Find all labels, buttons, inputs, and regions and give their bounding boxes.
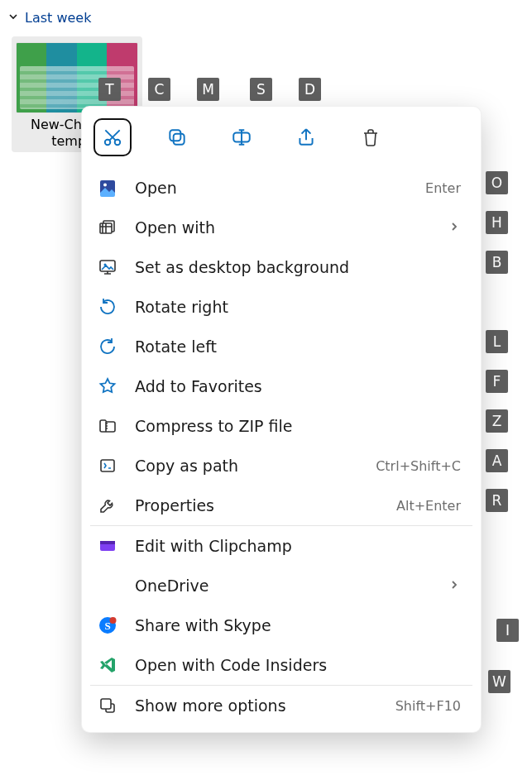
onedrive-icon <box>97 575 118 596</box>
menu-open-with[interactable]: Open with <box>82 208 481 247</box>
key-hint-D: D <box>299 78 321 101</box>
key-hint-M: M <box>197 78 219 101</box>
delete-button[interactable] <box>352 118 390 156</box>
more-options-icon <box>97 695 118 716</box>
svg-rect-16 <box>101 699 111 709</box>
menu-onedrive[interactable]: OneDrive <box>82 566 481 605</box>
key-hint-A: A <box>486 449 508 472</box>
menu-properties-accel: Alt+Enter <box>396 498 461 514</box>
menu-open-code-insiders-label: Open with Code Insiders <box>135 656 461 674</box>
context-menu: Open Enter Open with Set as desktop back… <box>81 106 482 733</box>
rotate-left-icon <box>97 336 118 357</box>
menu-compress-zip-label: Compress to ZIP file <box>135 417 461 435</box>
svg-text:S: S <box>104 620 110 632</box>
menu-compress-zip[interactable]: Compress to ZIP file <box>82 406 481 446</box>
menu-copy-as-path-label: Copy as path <box>135 457 359 475</box>
menu-share-skype[interactable]: S Share with Skype <box>82 605 481 645</box>
copy-path-icon <box>97 455 118 476</box>
key-hint-S: S <box>250 78 272 101</box>
menu-show-more-options-accel: Shift+F10 <box>395 698 461 714</box>
menu-edit-clipchamp-label: Edit with Clipchamp <box>135 537 461 555</box>
menu-add-favorites-label: Add to Favorites <box>135 377 461 395</box>
zip-folder-icon <box>97 415 118 437</box>
menu-add-favorites[interactable]: Add to Favorites <box>82 366 481 406</box>
key-hint-I: I <box>496 619 519 642</box>
menu-open-accel: Enter <box>425 180 461 196</box>
svg-rect-3 <box>170 130 180 141</box>
key-hint-W: W <box>488 670 510 693</box>
star-icon <box>97 376 118 397</box>
menu-rotate-left[interactable]: Rotate left <box>82 327 481 366</box>
wrench-icon <box>97 495 118 516</box>
svg-point-1 <box>115 140 121 146</box>
key-hint-O: O <box>486 171 508 194</box>
menu-show-more-options-label: Show more options <box>135 696 379 715</box>
menu-properties[interactable]: Properties Alt+Enter <box>82 486 481 525</box>
rename-button[interactable] <box>223 118 261 156</box>
quick-action-toolbar <box>82 113 481 168</box>
cut-button[interactable] <box>93 118 132 156</box>
skype-icon: S <box>97 615 118 636</box>
key-hint-T: T <box>98 78 121 101</box>
svg-point-15 <box>110 617 117 624</box>
menu-rotate-right[interactable]: Rotate right <box>82 287 481 327</box>
svg-rect-10 <box>101 460 114 471</box>
menu-set-background[interactable]: Set as desktop background <box>82 247 481 287</box>
menu-share-skype-label: Share with Skype <box>135 616 461 634</box>
menu-show-more-options[interactable]: Show more options Shift+F10 <box>82 686 481 725</box>
menu-open-code-insiders[interactable]: Open with Code Insiders <box>82 645 481 685</box>
photo-icon <box>97 177 118 199</box>
clipchamp-icon <box>97 535 118 557</box>
menu-copy-as-path[interactable]: Copy as path Ctrl+Shift+C <box>82 446 481 486</box>
open-with-icon <box>97 217 118 238</box>
menu-properties-label: Properties <box>135 496 380 514</box>
menu-set-background-label: Set as desktop background <box>135 258 461 276</box>
svg-point-9 <box>104 264 107 266</box>
menu-rotate-left-label: Rotate left <box>135 337 461 356</box>
menu-open-with-label: Open with <box>135 218 431 237</box>
key-hint-L: L <box>486 330 508 353</box>
copy-button[interactable] <box>158 118 196 156</box>
key-hint-B: B <box>486 251 508 274</box>
key-hint-R: R <box>486 489 508 512</box>
menu-copy-as-path-accel: Ctrl+Shift+C <box>376 458 461 474</box>
svg-rect-2 <box>174 134 185 145</box>
desktop-background-icon <box>97 256 118 278</box>
submenu-chevron-icon <box>448 577 461 595</box>
key-hint-Z: Z <box>486 409 508 433</box>
vscode-insiders-icon <box>97 654 118 676</box>
chevron-down-icon <box>7 10 20 26</box>
key-hint-F: F <box>486 370 508 393</box>
share-button[interactable] <box>287 118 325 156</box>
svg-rect-12 <box>100 541 115 544</box>
submenu-chevron-icon <box>448 218 461 237</box>
svg-point-0 <box>105 140 111 146</box>
menu-open[interactable]: Open Enter <box>82 168 481 208</box>
key-hint-H: H <box>486 211 508 234</box>
rotate-right-icon <box>97 296 118 318</box>
menu-onedrive-label: OneDrive <box>135 577 431 595</box>
svg-point-6 <box>103 184 107 187</box>
menu-open-label: Open <box>135 179 409 197</box>
menu-rotate-right-label: Rotate right <box>135 298 461 316</box>
group-header-last-week[interactable]: Last week <box>0 0 532 32</box>
key-hint-C: C <box>148 78 170 101</box>
menu-edit-clipchamp[interactable]: Edit with Clipchamp <box>82 526 481 566</box>
group-label: Last week <box>25 10 91 26</box>
